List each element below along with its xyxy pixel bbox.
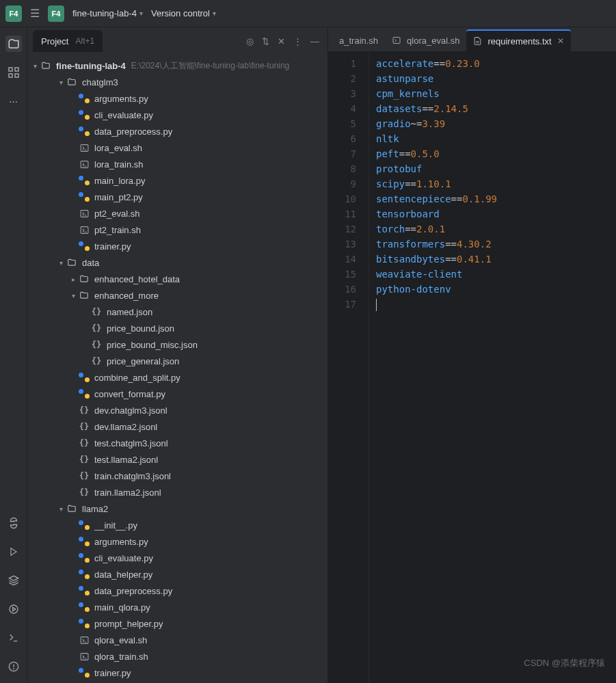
tree-item[interactable]: main_qlora.py xyxy=(27,599,327,615)
tree-item[interactable]: {}test.llama2.jsonl xyxy=(27,451,327,468)
project-badge-2: F4 xyxy=(48,5,64,22)
svg-rect-24 xyxy=(393,38,400,44)
editor-tab[interactable]: qlora_eval.sh xyxy=(385,29,466,51)
editor-tab[interactable]: requirements.txt✕ xyxy=(466,29,570,51)
project-selector[interactable]: fine-tuning-lab-4 ▾ xyxy=(72,8,143,18)
svg-rect-14 xyxy=(81,161,88,168)
tree-item[interactable]: {}train.llama2.jsonl xyxy=(27,484,327,500)
code-line[interactable]: accelerate==0.23.0 xyxy=(376,56,616,71)
tree-item[interactable]: qlora_train.sh xyxy=(27,648,327,665)
code-line[interactable]: protobuf xyxy=(376,161,616,176)
tree-item[interactable]: arguments.py xyxy=(27,533,327,550)
editor-tab[interactable]: a_train.sh xyxy=(332,29,385,51)
tree-item[interactable]: cli_evaluate.py xyxy=(27,107,327,123)
tree-item[interactable]: lora_eval.sh xyxy=(27,139,327,156)
tree-item[interactable]: __init__.py xyxy=(27,517,327,533)
svg-rect-1 xyxy=(15,68,18,71)
code-line[interactable]: peft==0.5.0 xyxy=(376,146,616,161)
code-line[interactable]: gradio~=3.39 xyxy=(376,116,616,131)
collapse-icon[interactable]: ✕ xyxy=(278,36,285,46)
vcs-label: Version control xyxy=(151,8,210,18)
tree-item[interactable]: ▾enhanced_more xyxy=(27,287,327,304)
panel-tab-project[interactable]: Project Alt+1 xyxy=(33,30,103,52)
python-console-icon[interactable] xyxy=(5,515,22,531)
code-line[interactable]: datasets==2.14.5 xyxy=(376,101,616,116)
svg-rect-3 xyxy=(15,74,18,77)
tree-item[interactable]: ▾llama2 xyxy=(27,500,327,517)
file-icon xyxy=(392,36,401,44)
tree-item[interactable]: data_preprocess.py xyxy=(27,123,327,139)
code-editor[interactable]: 1234567891011121314151617 accelerate==0.… xyxy=(328,52,616,683)
tree-item[interactable]: convert_format.py xyxy=(27,386,327,402)
tree-item[interactable]: arguments.py xyxy=(27,90,327,107)
chevron-down-icon: ▾ xyxy=(139,10,143,17)
svg-marker-5 xyxy=(9,576,18,580)
project-name: fine-tuning-lab-4 xyxy=(72,8,137,18)
vcs-selector[interactable]: Version control ▾ xyxy=(151,8,216,18)
tree-item[interactable]: {}train.chatglm3.jsonl xyxy=(27,468,327,484)
tree-item[interactable]: pt2_train.sh xyxy=(27,222,327,238)
tree-item[interactable]: {}price_general.json xyxy=(27,353,327,369)
code-line[interactable]: nltk xyxy=(376,131,616,146)
tree-item[interactable]: ▾data xyxy=(27,254,327,271)
tree-item[interactable]: {}price_bound.json xyxy=(27,320,327,336)
tree-item[interactable]: {}test.chatglm3.jsonl xyxy=(27,435,327,451)
code-line[interactable] xyxy=(376,297,616,312)
tree-item[interactable]: data_preprocess.py xyxy=(27,582,327,599)
svg-point-6 xyxy=(10,605,18,613)
tree-item[interactable]: combine_and_split.py xyxy=(27,369,327,386)
code-line[interactable]: transformers==4.30.2 xyxy=(376,237,616,252)
code-line[interactable]: bitsandbytes==0.41.1 xyxy=(376,252,616,267)
tree-item[interactable]: {}price_bound_misc.json xyxy=(27,336,327,353)
left-rail: ⋯ xyxy=(0,27,27,683)
tree-root[interactable]: ▾fine-tuning-lab-4E:\2024\人工智能\fine-tuni… xyxy=(27,57,327,74)
tree-item[interactable]: qlora_eval.sh xyxy=(27,632,327,648)
svg-rect-18 xyxy=(81,226,88,233)
code-line[interactable]: torch==2.0.1 xyxy=(376,222,616,237)
code-line[interactable]: sentencepiece==0.1.99 xyxy=(376,191,616,206)
tree-item[interactable]: cli_evaluate.py xyxy=(27,550,327,566)
svg-marker-7 xyxy=(12,607,15,611)
tree-item[interactable]: ▾chatglm3 xyxy=(27,74,327,90)
tree-item[interactable]: main_pt2.py xyxy=(27,189,327,205)
tree-item[interactable]: {}dev.chatglm3.jsonl xyxy=(27,402,327,418)
tree-item[interactable]: {}dev.llama2.jsonl xyxy=(27,418,327,435)
structure-tool-icon[interactable] xyxy=(5,64,22,81)
terminal-icon[interactable] xyxy=(5,630,22,646)
tree-item[interactable]: trainer.py xyxy=(27,665,327,681)
tree-item[interactable]: main_lora.py xyxy=(27,172,327,189)
tree-item[interactable]: prompt_helper.py xyxy=(27,615,327,632)
panel-header: Project Alt+1 ◎ ⇅ ✕ ⋮ — xyxy=(27,27,327,52)
tree-item[interactable]: {}named.json xyxy=(27,304,327,320)
code-line[interactable]: tensorboard xyxy=(376,206,616,222)
hide-icon[interactable]: — xyxy=(310,36,319,46)
problems-icon[interactable] xyxy=(5,658,22,675)
code-line[interactable]: cpm_kernels xyxy=(376,86,616,101)
tree-item[interactable]: ▸enhanced_hotel_data xyxy=(27,271,327,287)
gutter: 1234567891011121314151617 xyxy=(328,52,369,683)
close-icon[interactable]: ✕ xyxy=(557,36,564,46)
run-icon[interactable] xyxy=(5,544,22,560)
project-tool-icon[interactable] xyxy=(5,36,22,52)
file-icon xyxy=(473,36,482,46)
debug-icon[interactable] xyxy=(5,601,22,617)
expand-icon[interactable]: ⇅ xyxy=(262,36,269,46)
code-line[interactable]: scipy==1.10.1 xyxy=(376,176,616,191)
svg-rect-2 xyxy=(9,74,12,77)
project-tree[interactable]: ▾fine-tuning-lab-4E:\2024\人工智能\fine-tuni… xyxy=(27,52,327,683)
more-tool-icon[interactable]: ⋯ xyxy=(5,93,22,109)
hamburger-icon[interactable]: ☰ xyxy=(30,7,40,20)
svg-point-11 xyxy=(13,669,14,669)
tree-item[interactable]: data_helper.py xyxy=(27,566,327,582)
code-line[interactable]: weaviate-client xyxy=(376,267,616,282)
options-icon[interactable]: ⋮ xyxy=(293,36,302,46)
tree-item[interactable]: lora_train.sh xyxy=(27,156,327,172)
services-icon[interactable] xyxy=(5,572,22,589)
code-source[interactable]: accelerate==0.23.0astunparsecpm_kernelsd… xyxy=(369,52,616,683)
svg-rect-20 xyxy=(81,637,88,643)
code-line[interactable]: python-dotenv xyxy=(376,282,616,297)
locate-icon[interactable]: ◎ xyxy=(246,36,254,46)
code-line[interactable]: astunparse xyxy=(376,71,616,86)
tree-item[interactable]: trainer.py xyxy=(27,238,327,254)
tree-item[interactable]: pt2_eval.sh xyxy=(27,205,327,222)
